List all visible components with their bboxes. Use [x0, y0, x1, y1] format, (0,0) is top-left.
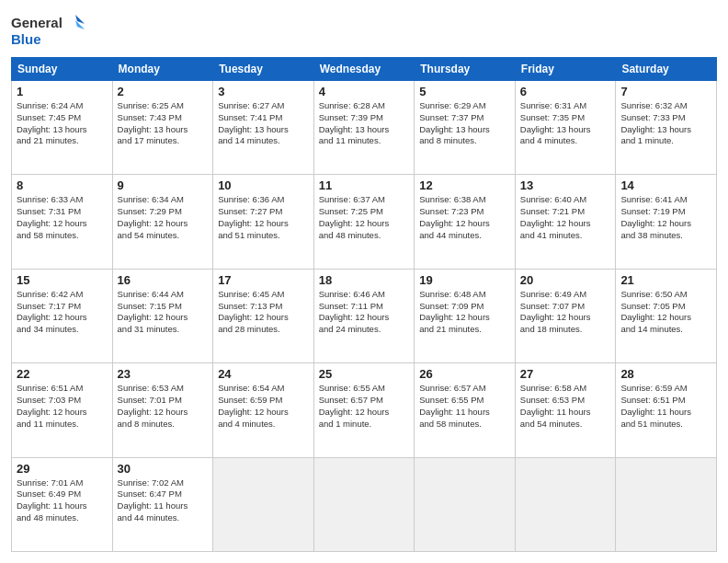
day-number: 8: [17, 178, 108, 192]
day-number: 29: [17, 462, 108, 476]
cell-info: Sunrise: 6:31 AMSunset: 7:35 PMDaylight:…: [520, 100, 611, 147]
logo-svg: General Blue: [11, 11, 85, 50]
calendar-cell: 8Sunrise: 6:33 AMSunset: 7:31 PMDaylight…: [12, 175, 113, 269]
day-number: 22: [17, 367, 108, 381]
calendar-day-header: Tuesday: [213, 58, 314, 81]
cell-info: Sunrise: 6:45 AMSunset: 7:13 PMDaylight:…: [218, 289, 309, 336]
cell-info: Sunrise: 6:59 AMSunset: 6:51 PMDaylight:…: [620, 383, 711, 430]
calendar-day-header: Wednesday: [313, 58, 415, 81]
calendar-day-header: Monday: [112, 58, 213, 81]
cell-info: Sunrise: 7:01 AMSunset: 6:49 PMDaylight:…: [17, 477, 108, 524]
cell-info: Sunrise: 6:28 AMSunset: 7:39 PMDaylight:…: [319, 100, 410, 147]
day-number: 4: [319, 85, 410, 98]
calendar-cell: 12Sunrise: 6:38 AMSunset: 7:23 PMDayligh…: [415, 175, 516, 269]
cell-info: Sunrise: 6:55 AMSunset: 6:57 PMDaylight:…: [319, 383, 410, 430]
day-number: 2: [118, 85, 209, 98]
calendar-cell: [213, 457, 314, 551]
day-number: 5: [419, 85, 510, 98]
day-number: 30: [118, 462, 209, 476]
day-number: 12: [419, 178, 510, 192]
calendar-cell: 30Sunrise: 7:02 AMSunset: 6:47 PMDayligh…: [112, 457, 213, 551]
cell-info: Sunrise: 6:54 AMSunset: 6:59 PMDaylight:…: [218, 383, 309, 430]
cell-info: Sunrise: 6:58 AMSunset: 6:53 PMDaylight:…: [520, 383, 611, 430]
calendar-cell: 26Sunrise: 6:57 AMSunset: 6:55 PMDayligh…: [415, 363, 516, 457]
day-number: 18: [319, 273, 410, 287]
day-number: 6: [520, 85, 611, 98]
calendar-cell: 15Sunrise: 6:42 AMSunset: 7:17 PMDayligh…: [12, 269, 113, 362]
day-number: 14: [620, 178, 711, 192]
cell-info: Sunrise: 6:57 AMSunset: 6:55 PMDaylight:…: [419, 383, 510, 430]
cell-info: Sunrise: 6:46 AMSunset: 7:11 PMDaylight:…: [319, 289, 410, 336]
calendar-cell: [313, 457, 415, 551]
calendar-cell: 22Sunrise: 6:51 AMSunset: 7:03 PMDayligh…: [12, 363, 113, 457]
day-number: 1: [17, 85, 108, 98]
calendar-cell: 18Sunrise: 6:46 AMSunset: 7:11 PMDayligh…: [313, 269, 415, 362]
cell-info: Sunrise: 6:51 AMSunset: 7:03 PMDaylight:…: [17, 383, 108, 430]
day-number: 21: [620, 273, 711, 287]
calendar-table: SundayMondayTuesdayWednesdayThursdayFrid…: [11, 57, 717, 552]
cell-info: Sunrise: 6:34 AMSunset: 7:29 PMDaylight:…: [118, 194, 209, 241]
cell-info: Sunrise: 6:48 AMSunset: 7:09 PMDaylight:…: [419, 289, 510, 336]
calendar-week-row: 29Sunrise: 7:01 AMSunset: 6:49 PMDayligh…: [12, 457, 717, 551]
calendar-cell: 9Sunrise: 6:34 AMSunset: 7:29 PMDaylight…: [112, 175, 213, 269]
calendar-day-header: Friday: [515, 58, 616, 81]
calendar-cell: 13Sunrise: 6:40 AMSunset: 7:21 PMDayligh…: [515, 175, 616, 269]
calendar-cell: 24Sunrise: 6:54 AMSunset: 6:59 PMDayligh…: [213, 363, 314, 457]
calendar-cell: 7Sunrise: 6:32 AMSunset: 7:33 PMDaylight…: [616, 81, 717, 175]
calendar-cell: 4Sunrise: 6:28 AMSunset: 7:39 PMDaylight…: [313, 81, 415, 175]
day-number: 24: [218, 367, 309, 381]
calendar-cell: [415, 457, 516, 551]
calendar-cell: 16Sunrise: 6:44 AMSunset: 7:15 PMDayligh…: [112, 269, 213, 362]
calendar-cell: 10Sunrise: 6:36 AMSunset: 7:27 PMDayligh…: [213, 175, 314, 269]
calendar-cell: 1Sunrise: 6:24 AMSunset: 7:45 PMDaylight…: [12, 81, 113, 175]
cell-info: Sunrise: 6:44 AMSunset: 7:15 PMDaylight:…: [118, 289, 209, 336]
calendar-cell: 27Sunrise: 6:58 AMSunset: 6:53 PMDayligh…: [515, 363, 616, 457]
calendar-week-row: 22Sunrise: 6:51 AMSunset: 7:03 PMDayligh…: [12, 363, 717, 457]
header: General Blue: [11, 11, 717, 50]
calendar-day-header: Saturday: [616, 58, 717, 81]
calendar-cell: 3Sunrise: 6:27 AMSunset: 7:41 PMDaylight…: [213, 81, 314, 175]
cell-info: Sunrise: 6:38 AMSunset: 7:23 PMDaylight:…: [419, 194, 510, 241]
cell-info: Sunrise: 6:50 AMSunset: 7:05 PMDaylight:…: [620, 289, 711, 336]
calendar-week-row: 8Sunrise: 6:33 AMSunset: 7:31 PMDaylight…: [12, 175, 717, 269]
svg-text:Blue: Blue: [11, 31, 41, 47]
calendar-week-row: 1Sunrise: 6:24 AMSunset: 7:45 PMDaylight…: [12, 81, 717, 175]
cell-info: Sunrise: 6:49 AMSunset: 7:07 PMDaylight:…: [520, 289, 611, 336]
day-number: 15: [17, 273, 108, 287]
cell-info: Sunrise: 6:25 AMSunset: 7:43 PMDaylight:…: [118, 100, 209, 147]
cell-info: Sunrise: 6:29 AMSunset: 7:37 PMDaylight:…: [419, 100, 510, 147]
day-number: 7: [620, 85, 711, 98]
calendar-cell: [616, 457, 717, 551]
day-number: 26: [419, 367, 510, 381]
calendar-day-header: Thursday: [415, 58, 516, 81]
calendar-week-row: 15Sunrise: 6:42 AMSunset: 7:17 PMDayligh…: [12, 269, 717, 362]
cell-info: Sunrise: 6:32 AMSunset: 7:33 PMDaylight:…: [620, 100, 711, 147]
cell-info: Sunrise: 6:24 AMSunset: 7:45 PMDaylight:…: [17, 100, 108, 147]
calendar-cell: 14Sunrise: 6:41 AMSunset: 7:19 PMDayligh…: [616, 175, 717, 269]
calendar-cell: 17Sunrise: 6:45 AMSunset: 7:13 PMDayligh…: [213, 269, 314, 362]
calendar-cell: 5Sunrise: 6:29 AMSunset: 7:37 PMDaylight…: [415, 81, 516, 175]
calendar-day-header: Sunday: [12, 58, 113, 81]
calendar-cell: 23Sunrise: 6:53 AMSunset: 7:01 PMDayligh…: [112, 363, 213, 457]
calendar-cell: 2Sunrise: 6:25 AMSunset: 7:43 PMDaylight…: [112, 81, 213, 175]
svg-text:General: General: [11, 15, 63, 30]
day-number: 11: [319, 178, 410, 192]
page: General Blue SundayMondayTuesdayWednesda…: [0, 0, 728, 563]
cell-info: Sunrise: 6:27 AMSunset: 7:41 PMDaylight:…: [218, 100, 309, 147]
calendar-header-row: SundayMondayTuesdayWednesdayThursdayFrid…: [12, 58, 717, 81]
calendar-cell: [515, 457, 616, 551]
cell-info: Sunrise: 6:41 AMSunset: 7:19 PMDaylight:…: [620, 194, 711, 241]
cell-info: Sunrise: 6:37 AMSunset: 7:25 PMDaylight:…: [319, 194, 410, 241]
day-number: 25: [319, 367, 410, 381]
day-number: 19: [419, 273, 510, 287]
cell-info: Sunrise: 6:33 AMSunset: 7:31 PMDaylight:…: [17, 194, 108, 241]
calendar-cell: 29Sunrise: 7:01 AMSunset: 6:49 PMDayligh…: [12, 457, 113, 551]
day-number: 17: [218, 273, 309, 287]
day-number: 28: [620, 367, 711, 381]
day-number: 13: [520, 178, 611, 192]
day-number: 23: [118, 367, 209, 381]
cell-info: Sunrise: 6:40 AMSunset: 7:21 PMDaylight:…: [520, 194, 611, 241]
day-number: 16: [118, 273, 209, 287]
calendar-cell: 21Sunrise: 6:50 AMSunset: 7:05 PMDayligh…: [616, 269, 717, 362]
calendar-cell: 19Sunrise: 6:48 AMSunset: 7:09 PMDayligh…: [415, 269, 516, 362]
